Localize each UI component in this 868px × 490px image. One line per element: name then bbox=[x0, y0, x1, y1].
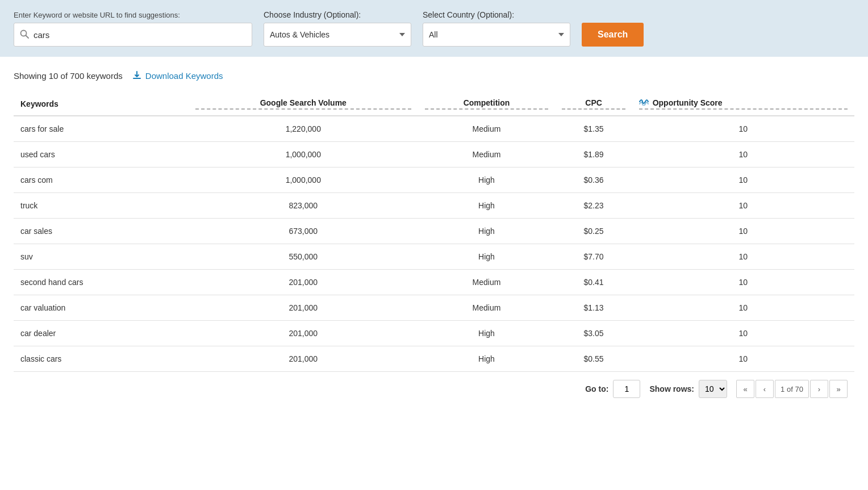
cell-opportunity: 10 bbox=[632, 346, 854, 372]
country-label: Select Country (Optional): bbox=[423, 10, 570, 19]
search-button[interactable]: Search bbox=[582, 23, 644, 47]
cell-volume: 550,000 bbox=[189, 244, 418, 270]
showrows-wrap: Show rows: 10 25 50 bbox=[649, 380, 727, 398]
waves-icon bbox=[639, 98, 649, 107]
country-select[interactable]: AllUnited StatesUnited KingdomCanadaAust… bbox=[423, 23, 570, 47]
col-cpc: CPC bbox=[555, 92, 632, 116]
col-opportunity: Opportunity Score bbox=[632, 92, 854, 116]
col-competition: Competition bbox=[418, 92, 556, 116]
cell-volume: 201,000 bbox=[189, 321, 418, 346]
cell-volume: 673,000 bbox=[189, 219, 418, 244]
cell-cpc: $3.05 bbox=[555, 321, 632, 346]
col-keywords: Keywords bbox=[14, 92, 189, 116]
cell-opportunity: 10 bbox=[632, 167, 854, 193]
cell-cpc: $1.13 bbox=[555, 295, 632, 321]
page-info: 1 of 70 bbox=[775, 380, 809, 398]
keyword-input-wrap bbox=[14, 23, 252, 47]
showrows-select[interactable]: 10 25 50 bbox=[699, 380, 727, 398]
cell-cpc: $0.55 bbox=[555, 346, 632, 372]
dotted-border-volume bbox=[195, 108, 411, 110]
cell-opportunity: 10 bbox=[632, 193, 854, 219]
table-row: car sales 673,000 High $0.25 10 bbox=[14, 219, 854, 244]
cell-keyword: car dealer bbox=[14, 321, 189, 346]
cell-opportunity: 10 bbox=[632, 142, 854, 167]
first-page-button[interactable]: « bbox=[736, 380, 754, 398]
cell-cpc: $0.36 bbox=[555, 167, 632, 193]
dotted-border-opp bbox=[639, 108, 848, 110]
cell-keyword: second hand cars bbox=[14, 270, 189, 295]
table-row: suv 550,000 High $7.70 10 bbox=[14, 244, 854, 270]
cell-volume: 1,220,000 bbox=[189, 116, 418, 142]
cell-keyword: cars for sale bbox=[14, 116, 189, 142]
cell-volume: 823,000 bbox=[189, 193, 418, 219]
keyword-label: Enter Keyword or website URL to find sug… bbox=[14, 11, 252, 19]
cell-volume: 201,000 bbox=[189, 295, 418, 321]
table-row: car dealer 201,000 High $3.05 10 bbox=[14, 321, 854, 346]
table-row: cars for sale 1,220,000 Medium $1.35 10 bbox=[14, 116, 854, 142]
cell-opportunity: 10 bbox=[632, 244, 854, 270]
table-row: used cars 1,000,000 Medium $1.89 10 bbox=[14, 142, 854, 167]
cell-cpc: $1.35 bbox=[555, 116, 632, 142]
cell-cpc: $1.89 bbox=[555, 142, 632, 167]
download-label: Download Keywords bbox=[145, 71, 223, 81]
industry-select[interactable]: All IndustriesAutos & VehiclesBusiness &… bbox=[264, 23, 411, 47]
cell-keyword: car valuation bbox=[14, 295, 189, 321]
cell-cpc: $7.70 bbox=[555, 244, 632, 270]
cell-competition: High bbox=[418, 167, 556, 193]
download-icon bbox=[132, 70, 142, 81]
cell-keyword: cars com bbox=[14, 167, 189, 193]
cell-keyword: classic cars bbox=[14, 346, 189, 372]
goto-label: Go to: bbox=[585, 384, 608, 393]
table-row: classic cars 201,000 High $0.55 10 bbox=[14, 346, 854, 372]
cell-competition: Medium bbox=[418, 116, 556, 142]
cell-volume: 1,000,000 bbox=[189, 142, 418, 167]
cell-competition: High bbox=[418, 321, 556, 346]
cell-competition: High bbox=[418, 244, 556, 270]
cell-keyword: used cars bbox=[14, 142, 189, 167]
showing-text: Showing 10 of 700 keywords bbox=[14, 71, 123, 81]
last-page-button[interactable]: » bbox=[829, 380, 848, 398]
showing-row: Showing 10 of 700 keywords Download Keyw… bbox=[14, 70, 854, 81]
cell-opportunity: 10 bbox=[632, 295, 854, 321]
cell-competition: High bbox=[418, 193, 556, 219]
cell-keyword: truck bbox=[14, 193, 189, 219]
download-keywords-link[interactable]: Download Keywords bbox=[132, 70, 223, 81]
industry-label: Choose Industry (Optional): bbox=[264, 10, 411, 19]
content-area: Showing 10 of 700 keywords Download Keyw… bbox=[0, 57, 868, 409]
keywords-table: Keywords Google Search Volume Competitio… bbox=[14, 92, 854, 372]
svg-line-1 bbox=[26, 35, 29, 38]
table-body: cars for sale 1,220,000 Medium $1.35 10 … bbox=[14, 116, 854, 372]
country-section: Select Country (Optional): AllUnited Sta… bbox=[423, 10, 570, 47]
col-volume: Google Search Volume bbox=[189, 92, 418, 116]
cell-competition: High bbox=[418, 219, 556, 244]
cell-opportunity: 10 bbox=[632, 270, 854, 295]
goto-input[interactable] bbox=[613, 380, 640, 398]
cell-keyword: suv bbox=[14, 244, 189, 270]
cell-volume: 1,000,000 bbox=[189, 167, 418, 193]
table-row: cars com 1,000,000 High $0.36 10 bbox=[14, 167, 854, 193]
cell-competition: Medium bbox=[418, 295, 556, 321]
nav-buttons: « ‹ 1 of 70 › » bbox=[736, 380, 848, 398]
table-header-row: Keywords Google Search Volume Competitio… bbox=[14, 92, 854, 116]
cell-volume: 201,000 bbox=[189, 346, 418, 372]
dotted-border-cpc bbox=[562, 108, 625, 110]
cell-opportunity: 10 bbox=[632, 116, 854, 142]
search-bar: Enter Keyword or website URL to find sug… bbox=[0, 0, 868, 57]
goto-wrap: Go to: bbox=[585, 380, 640, 398]
cell-opportunity: 10 bbox=[632, 219, 854, 244]
prev-page-button[interactable]: ‹ bbox=[756, 380, 774, 398]
cell-competition: Medium bbox=[418, 142, 556, 167]
table-row: car valuation 201,000 Medium $1.13 10 bbox=[14, 295, 854, 321]
cell-keyword: car sales bbox=[14, 219, 189, 244]
cell-competition: High bbox=[418, 346, 556, 372]
cell-cpc: $0.25 bbox=[555, 219, 632, 244]
dotted-border-competition bbox=[425, 108, 549, 110]
keyword-section: Enter Keyword or website URL to find sug… bbox=[14, 11, 252, 47]
showrows-label: Show rows: bbox=[649, 384, 694, 393]
pagination-row: Go to: Show rows: 10 25 50 « ‹ 1 of 70 ›… bbox=[14, 372, 854, 398]
industry-section: Choose Industry (Optional): All Industri… bbox=[264, 10, 411, 47]
cell-cpc: $2.23 bbox=[555, 193, 632, 219]
next-page-button[interactable]: › bbox=[810, 380, 828, 398]
table-row: second hand cars 201,000 Medium $0.41 10 bbox=[14, 270, 854, 295]
keyword-input[interactable] bbox=[34, 30, 246, 40]
